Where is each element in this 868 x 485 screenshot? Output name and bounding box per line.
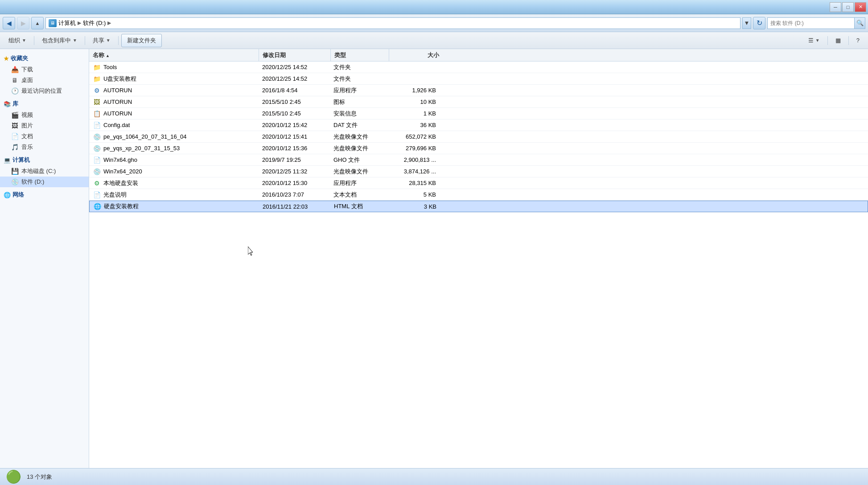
forward-button[interactable]: ▶: [17, 17, 29, 29]
view-icon: ☰: [808, 37, 814, 44]
search-input[interactable]: [768, 20, 854, 26]
sidebar-libraries-header[interactable]: 📚 库: [0, 98, 89, 110]
toolbar: 组织 ▼ 包含到库中 ▼ 共享 ▼ 新建文件夹 ☰ ▼ ▦ ?: [0, 32, 868, 49]
file-type-icon: 📁: [93, 75, 101, 83]
sidebar: ★ 收藏夹 📥 下载 🖥 桌面 🕐 最近访问的位置 📚 库: [0, 49, 89, 468]
file-type-icon: 💿: [93, 133, 101, 141]
file-type-icon: 📁: [93, 63, 101, 71]
refresh-button[interactable]: ↻: [753, 17, 765, 29]
file-list: 📁 Tools 2020/12/25 14:52 文件夹 📁 U盘安装教程 20…: [89, 62, 868, 468]
sidebar-item-video[interactable]: 🎬 视频: [0, 110, 89, 120]
file-name-text: Tools: [103, 64, 117, 70]
file-type-icon: 📄: [93, 191, 101, 199]
disk-d-icon: 💿: [11, 178, 19, 186]
network-label: 网络: [12, 191, 24, 199]
layout-icon: ▦: [835, 37, 841, 44]
sidebar-item-disk-d[interactable]: 💿 软件 (D:): [0, 177, 89, 187]
table-row[interactable]: 💿 pe_yqs_1064_20_07_31_16_04 2020/10/12 …: [89, 131, 868, 143]
file-name-text: pe_yqs_xp_20_07_31_15_53: [103, 145, 180, 152]
col-header-type[interactable]: 类型: [331, 51, 389, 59]
table-row[interactable]: ⚙ 本地硬盘安装 2020/10/12 15:30 应用程序 28,315 KB: [89, 177, 868, 189]
file-name-cell: 💿 Win7x64_2020: [89, 168, 259, 176]
table-row[interactable]: 📄 Win7x64.gho 2019/9/7 19:25 GHO 文件 2,90…: [89, 154, 868, 166]
file-type-cell: 文件夹: [330, 75, 388, 83]
table-row[interactable]: 📄 Config.dat 2020/10/12 15:42 DAT 文件 36 …: [89, 119, 868, 131]
file-size-cell: 28,315 KB: [388, 180, 441, 186]
table-row[interactable]: 📄 光盘说明 2016/10/23 7:07 文本文档 5 KB: [89, 189, 868, 201]
file-size-cell: 1,926 KB: [388, 87, 441, 94]
file-type-cell: GHO 文件: [330, 156, 388, 164]
view-button[interactable]: ☰ ▼: [803, 34, 825, 47]
search-button[interactable]: 🔍: [854, 18, 865, 29]
file-size-cell: 3,874,126 ...: [388, 168, 441, 175]
share-dropdown-icon: ▼: [106, 38, 111, 43]
organize-button[interactable]: 组织 ▼: [4, 34, 31, 47]
col-header-name[interactable]: 名称▲: [89, 51, 259, 59]
file-date-cell: 2020/10/12 15:36: [259, 145, 330, 152]
maximize-button[interactable]: □: [842, 2, 854, 12]
sidebar-item-music[interactable]: 🎵 音乐: [0, 142, 89, 152]
new-folder-button[interactable]: 新建文件夹: [121, 34, 162, 47]
table-row[interactable]: 📁 U盘安装教程 2020/12/25 14:52 文件夹: [89, 73, 868, 85]
close-button[interactable]: ✕: [855, 2, 866, 12]
sidebar-computer-header[interactable]: 💻 计算机: [0, 154, 89, 166]
table-row[interactable]: 💿 Win7x64_2020 2020/12/25 11:32 光盘映像文件 3…: [89, 166, 868, 177]
table-row[interactable]: 🌐 硬盘安装教程 2016/11/21 22:03 HTML 文档 3 KB: [89, 201, 868, 212]
help-button[interactable]: ?: [852, 34, 864, 47]
breadcrumb-sep-1: ▶: [78, 20, 81, 26]
file-name-text: pe_yqs_1064_20_07_31_16_04: [103, 133, 187, 140]
sidebar-item-downloads[interactable]: 📥 下载: [0, 64, 89, 75]
file-type-cell: 安装信息: [330, 110, 388, 118]
sidebar-item-recent[interactable]: 🕐 最近访问的位置: [0, 86, 89, 96]
pictures-icon: 🖼: [11, 122, 19, 130]
music-icon: 🎵: [11, 143, 19, 151]
file-type-cell: 文本文档: [330, 191, 388, 199]
file-type-cell: 光盘映像文件: [330, 133, 388, 141]
address-dropdown-button[interactable]: ▼: [742, 17, 751, 29]
documents-label: 文档: [21, 132, 33, 140]
file-name-text: Win7x64_2020: [103, 168, 142, 175]
up-button[interactable]: ▲: [31, 17, 44, 29]
toolbar-separator-2: [85, 36, 85, 45]
layout-button[interactable]: ▦: [831, 34, 846, 47]
breadcrumb-drive[interactable]: 软件 (D:): [83, 19, 106, 27]
sidebar-item-pictures[interactable]: 🖼 图片: [0, 120, 89, 131]
toolbar-separator-4: [827, 36, 828, 45]
breadcrumb-computer[interactable]: 计算机: [58, 19, 76, 27]
desktop-label: 桌面: [21, 76, 33, 84]
table-row[interactable]: 📁 Tools 2020/12/25 14:52 文件夹: [89, 62, 868, 73]
pictures-label: 图片: [21, 122, 33, 130]
col-header-size[interactable]: 大小: [389, 51, 443, 59]
downloads-icon: 📥: [11, 66, 19, 74]
file-name-text: U盘安装教程: [103, 75, 136, 83]
include-button[interactable]: 包含到库中 ▼: [37, 34, 82, 47]
table-row[interactable]: 📋 AUTORUN 2015/5/10 2:45 安装信息 1 KB: [89, 108, 868, 119]
minimize-button[interactable]: ─: [830, 2, 841, 12]
share-button[interactable]: 共享 ▼: [88, 34, 115, 47]
sidebar-network-header[interactable]: 🌐 网络: [0, 189, 89, 201]
sidebar-item-documents[interactable]: 📄 文档: [0, 131, 89, 142]
table-row[interactable]: 💿 pe_yqs_xp_20_07_31_15_53 2020/10/12 15…: [89, 143, 868, 154]
organize-dropdown-icon: ▼: [22, 38, 26, 43]
breadcrumb-sep-2: ▶: [107, 20, 111, 26]
table-row[interactable]: 🖼 AUTORUN 2015/5/10 2:45 图标 10 KB: [89, 96, 868, 108]
recent-icon: 🕐: [11, 87, 19, 95]
file-size-cell: 1 KB: [388, 110, 441, 117]
file-name-cell: 📄 Win7x64.gho: [89, 156, 259, 164]
file-size-cell: 2,900,813 ...: [388, 156, 441, 163]
new-folder-label: 新建文件夹: [127, 37, 156, 44]
sidebar-favorites-header[interactable]: ★ 收藏夹: [0, 53, 89, 64]
file-date-cell: 2020/10/12 15:41: [259, 133, 330, 140]
disk-c-label: 本地磁盘 (C:): [21, 167, 56, 175]
sidebar-item-disk-c[interactable]: 💾 本地磁盘 (C:): [0, 166, 89, 177]
back-button[interactable]: ◀: [3, 17, 15, 29]
sort-arrow-name: ▲: [106, 53, 110, 58]
table-row[interactable]: ⚙ AUTORUN 2016/1/8 4:54 应用程序 1,926 KB: [89, 85, 868, 96]
sidebar-section-libraries: 📚 库 🎬 视频 🖼 图片 📄 文档 🎵 音乐: [0, 98, 89, 152]
file-name-text: 硬盘安装教程: [104, 202, 139, 210]
file-date-cell: 2020/12/25 14:52: [259, 75, 330, 82]
file-type-icon: 📋: [93, 110, 101, 118]
sidebar-item-desktop[interactable]: 🖥 桌面: [0, 75, 89, 86]
file-type-cell: HTML 文档: [330, 202, 388, 210]
col-header-date[interactable]: 修改日期: [259, 51, 330, 59]
